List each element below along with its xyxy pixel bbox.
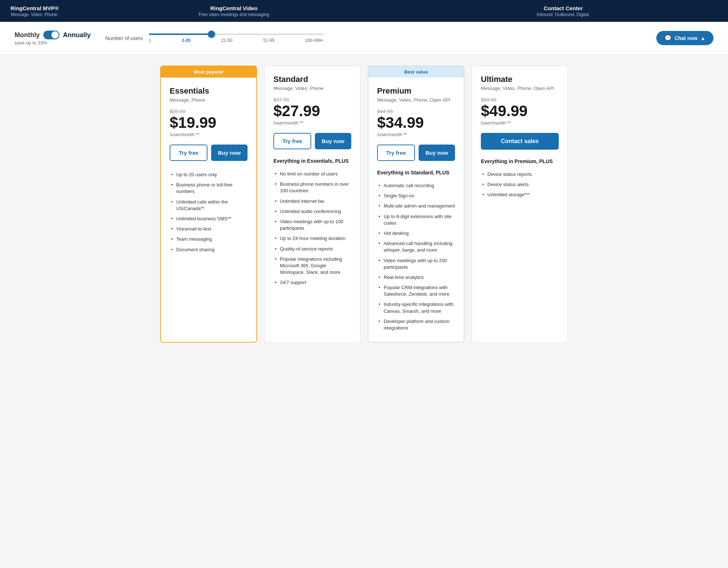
- ultimate-feature-header: Everything in Premium, PLUS: [481, 158, 559, 164]
- users-label: Number of users: [105, 35, 143, 41]
- essentials-btn-group: Try free Buy now: [170, 145, 248, 161]
- brand-title: RingCentral MVP®: [11, 5, 59, 12]
- tab-video-title: RingCentral Video: [210, 5, 258, 11]
- list-item: Video meetings with up to 200 participan…: [377, 256, 455, 272]
- toggle-knob: [51, 31, 59, 39]
- list-item: Unlimited audio conferencing: [273, 206, 351, 217]
- essentials-features: Up to 20 users only Business phone or to…: [170, 170, 248, 255]
- list-item: Video meetings with up to 100 participan…: [273, 217, 351, 233]
- list-item: Unlimited business SMS**: [170, 214, 248, 224]
- standard-name: Standard: [273, 75, 351, 84]
- tab-contact-title: Contact Center: [544, 5, 583, 11]
- ultimate-current-price: $49.99: [481, 103, 559, 119]
- essentials-body: Essentials Message, Phone $29.99 $19.99 …: [161, 78, 256, 264]
- essentials-price-unit: /user/month **: [170, 132, 248, 137]
- slider-label-2-20: 2-20: [182, 38, 191, 43]
- essentials-buy-button[interactable]: Buy now: [211, 145, 248, 161]
- slider-fill: [149, 33, 212, 35]
- essentials-desc: Message, Phone: [170, 97, 248, 103]
- list-item: Popular integrations including Microsoft…: [273, 254, 351, 278]
- list-item: Business phone or toll-free numbers: [170, 180, 248, 197]
- list-item: Advanced call handling including whisper…: [377, 238, 455, 255]
- tab-contact-sub: Inbound. Outbound. Digital.: [537, 12, 590, 17]
- list-item: Unlimited internet fax: [273, 196, 351, 206]
- ultimate-desc: Message, Video, Phone, Open API: [481, 86, 559, 91]
- essentials-try-button[interactable]: Try free: [170, 145, 207, 161]
- list-item: Unlimited calls within the US/Canada**: [170, 197, 248, 214]
- list-item: Team messaging: [170, 234, 248, 244]
- list-item: 24/7 support: [273, 277, 351, 288]
- billing-switch[interactable]: [43, 31, 59, 39]
- essentials-name: Essentials: [170, 86, 248, 96]
- card-premium: Best value Premium Message, Video, Phone…: [368, 66, 464, 343]
- page: RingCentral MVP® Message. Video. Phone. …: [0, 0, 728, 568]
- premium-price-unit: /user/month **: [377, 132, 455, 137]
- ultimate-body: Ultimate Message, Video, Phone, Open API…: [472, 66, 567, 209]
- chat-chevron-icon: ▲: [700, 35, 705, 41]
- ultimate-contact-button[interactable]: Contact sales: [481, 133, 559, 150]
- premium-btn-group: Try free Buy now: [377, 145, 455, 161]
- ultimate-name: Ultimate: [481, 75, 559, 84]
- premium-name: Premium: [377, 86, 455, 96]
- chat-button[interactable]: 💬 Chat now ▲: [656, 31, 713, 45]
- list-item: Document sharing: [170, 245, 248, 255]
- premium-features: Automatic call recording Single Sign-on …: [377, 181, 455, 333]
- users-control: Number of users 1 2-20 21-50 51-99 100-9…: [105, 33, 324, 43]
- list-item: Up to 24-hour meeting duration: [273, 233, 351, 244]
- list-item: Multi-site admin and management: [377, 201, 455, 211]
- slider-label-100: 100-999+: [305, 38, 324, 43]
- list-item: Up to 20 users only: [170, 170, 248, 180]
- premium-desc: Message, Video, Phone, Open API: [377, 97, 455, 103]
- standard-original-price: $37.99: [273, 97, 351, 103]
- cards-container: Most popular Essentials Message, Phone $…: [146, 55, 582, 354]
- standard-btn-group: Try free Buy now: [273, 133, 351, 149]
- slider-thumb[interactable]: [208, 31, 215, 38]
- tab-contact-center[interactable]: Contact Center Inbound. Outbound. Digita…: [399, 0, 728, 22]
- standard-price-unit: /user/month **: [273, 120, 351, 126]
- slider-label-51-99: 51-99: [263, 38, 274, 43]
- list-item: Business phone numbers in over 100 count…: [273, 179, 351, 196]
- list-item: Device status alerts: [481, 180, 559, 190]
- standard-features: No limit on number of users Business pho…: [273, 169, 351, 288]
- brand-logo: RingCentral MVP® Message. Video. Phone.: [0, 0, 69, 22]
- annually-label: Annually: [63, 31, 91, 39]
- card-essentials: Most popular Essentials Message, Phone $…: [160, 66, 257, 343]
- tab-video-sub: Free video meetings and messaging: [199, 12, 269, 17]
- list-item: Up to 8-digit extensions with site codes: [377, 212, 455, 228]
- chat-icon: 💬: [664, 35, 672, 42]
- standard-current-price: $27.99: [273, 103, 351, 119]
- ultimate-price-unit: /user/month **: [481, 120, 559, 126]
- list-item: Industry-specific integrations with Canv…: [377, 299, 455, 316]
- premium-original-price: $44.99: [377, 109, 455, 114]
- list-item: Voicemail-to-text: [170, 224, 248, 234]
- save-text: save up to 33%: [15, 40, 91, 46]
- monthly-label: Monthly: [15, 31, 40, 39]
- badge-best-value: Best value: [368, 66, 464, 78]
- slider-label-21-50: 21-50: [221, 38, 233, 43]
- slider-track: [149, 33, 324, 35]
- billing-toggle: Monthly Annually save up to 33%: [15, 31, 91, 46]
- list-item: Single Sign-on: [377, 191, 455, 201]
- list-item: Unlimited storage***: [481, 190, 559, 200]
- card-ultimate: Ultimate Message, Video, Phone, Open API…: [472, 66, 568, 343]
- tab-video[interactable]: RingCentral Video Free video meetings an…: [69, 0, 399, 22]
- essentials-current-price: $19.99: [170, 115, 248, 130]
- premium-try-button[interactable]: Try free: [377, 145, 415, 161]
- premium-buy-button[interactable]: Buy now: [419, 145, 455, 161]
- standard-buy-button[interactable]: Buy now: [315, 133, 351, 149]
- slider-labels: 1 2-20 21-50 51-99 100-999+: [149, 38, 324, 43]
- list-item: Device status reports: [481, 169, 559, 180]
- list-item: Automatic call recording: [377, 181, 455, 191]
- list-item: Real-time analytics: [377, 272, 455, 283]
- badge-popular: Most popular: [161, 66, 256, 78]
- list-item: Hot desking: [377, 228, 455, 238]
- ultimate-features: Device status reports Device status aler…: [481, 169, 559, 200]
- standard-feature-header: Everything in Essentials, PLUS: [273, 158, 351, 164]
- controls-bar: Monthly Annually save up to 33% Number o…: [0, 22, 728, 55]
- list-item: No limit on number of users: [273, 169, 351, 179]
- standard-try-button[interactable]: Try free: [273, 133, 311, 149]
- premium-feature-header: Everything in Standard, PLUS: [377, 170, 455, 175]
- standard-desc: Message, Video, Phone: [273, 86, 351, 91]
- list-item: Quality-of-service reports: [273, 244, 351, 254]
- standard-body: Standard Message, Video, Phone $37.99 $2…: [265, 66, 360, 296]
